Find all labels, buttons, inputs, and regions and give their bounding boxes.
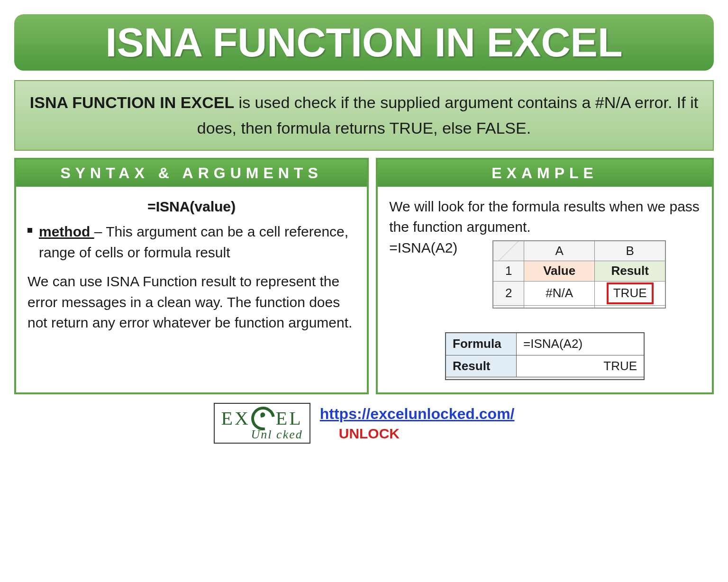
sheet-cell-b2: TRUE	[595, 282, 666, 306]
syntax-panel: SYNTAX & ARGUMENTS =ISNA(value) method –…	[14, 158, 369, 394]
sheet-blank-a	[524, 305, 595, 308]
title-banner: ISNA FUNCTION IN EXCEL	[14, 14, 714, 71]
example-formula-inline: =ISNA(A2)	[389, 237, 484, 258]
sheet-blank-b	[595, 305, 666, 308]
argument-name: method	[39, 224, 94, 239]
example-row: =ISNA(A2) A B 1 Value Result 2 #N/A	[389, 237, 701, 309]
example-body: We will look for the formula results whe…	[378, 187, 712, 392]
ftable-value-result: TRUE	[517, 355, 645, 377]
footer-link[interactable]: https://excelunlocked.com/	[320, 405, 515, 422]
true-highlight: TRUE	[607, 282, 654, 304]
description-text: is used check if the supplied argument c…	[197, 93, 698, 137]
sheet-row-2: 2	[493, 282, 524, 306]
ftable-label-result: Result	[446, 355, 517, 377]
page-title: ISNA FUNCTION IN EXCEL	[33, 19, 695, 66]
footer-unlock: UNLOCK	[339, 426, 400, 441]
syntax-header: SYNTAX & ARGUMENTS	[16, 160, 367, 187]
bullet-icon	[27, 228, 32, 233]
columns: SYNTAX & ARGUMENTS =ISNA(value) method –…	[14, 158, 714, 394]
syntax-note: We can use ISNA Function result to repre…	[27, 271, 355, 333]
logo-text-post: EL	[276, 409, 303, 428]
sheet-header-result: Result	[595, 261, 666, 282]
formula-result-table: Formula =ISNA(A2) Result TRUE	[445, 332, 645, 380]
sheet-col-a: A	[524, 241, 595, 261]
logo: EX EL Unl cked	[214, 403, 310, 444]
logo-text-pre: EX	[221, 409, 250, 428]
logo-top-line: EX EL	[221, 407, 303, 430]
sheet-corner	[493, 241, 524, 261]
mini-spreadsheet: A B 1 Value Result 2 #N/A TRUE	[492, 240, 666, 309]
argument-text: method – This argument can be a cell ref…	[39, 221, 355, 263]
syntax-body: =ISNA(value) method – This argument can …	[16, 187, 367, 346]
syntax-formula: =ISNA(value)	[27, 196, 355, 217]
ftable-footer-strip	[446, 377, 644, 380]
description-bold: ISNA FUNCTION IN EXCEL	[30, 93, 234, 111]
ftable-value-formula: =ISNA(A2)	[517, 333, 645, 355]
example-panel: EXAMPLE We will look for the formula res…	[376, 158, 714, 394]
argument-row: method – This argument can be a cell ref…	[27, 221, 355, 263]
ftable-label-formula: Formula	[446, 333, 517, 355]
sheet-row-blank	[493, 305, 524, 308]
example-header: EXAMPLE	[378, 160, 712, 187]
sheet-header-value: Value	[524, 261, 595, 282]
example-intro: We will look for the formula results whe…	[389, 196, 701, 237]
description-box: ISNA FUNCTION IN EXCEL is used check if …	[14, 80, 714, 151]
footer-text-block: https://excelunlocked.com/ UNLOCK	[320, 404, 515, 443]
sheet-col-b: B	[595, 241, 666, 261]
sheet-row-1: 1	[493, 261, 524, 282]
sheet-cell-a2: #N/A	[524, 282, 595, 306]
footer: EX EL Unl cked https://excelunlocked.com…	[14, 403, 714, 444]
